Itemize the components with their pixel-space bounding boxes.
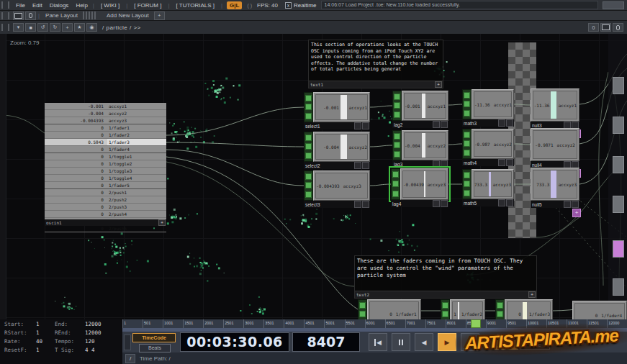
forward-icon[interactable]: ↻ [50, 23, 60, 32]
node-lag4[interactable]: -0.00439accxyz3lag4 [391, 168, 448, 200]
node-oscin1-table[interactable]: -0.001accxyz1-0.004accxyz2-0.004393accxy… [45, 103, 166, 226]
table-row[interactable]: -0.004accxyz2 [45, 110, 166, 117]
table-row[interactable]: 02/push2 [45, 196, 166, 204]
flag-toggle[interactable] [394, 102, 400, 109]
layout-preset-4[interactable] [91, 12, 93, 19]
pathbar-grip[interactable] [1, 24, 9, 31]
table-row[interactable]: 01/toggle1 [45, 153, 166, 160]
comment1-plus-button[interactable]: + [435, 81, 442, 88]
pane-dropdown-icon[interactable]: ▾ [13, 23, 24, 32]
flag-toggle[interactable] [392, 171, 399, 178]
table-row[interactable]: 01/toggle4 [45, 175, 166, 182]
field-value[interactable]: 4 4 [85, 346, 122, 354]
node-viewer-toggle[interactable] [564, 201, 571, 208]
time-path-root-button[interactable]: / [125, 354, 135, 363]
node-select3[interactable]: -0.004393accxyz3select3 [304, 170, 370, 201]
flag-toggle[interactable] [464, 101, 470, 107]
node-flags[interactable] [304, 132, 313, 162]
comment2-plus-button[interactable]: + [528, 291, 536, 298]
node-flags[interactable] [304, 92, 313, 122]
node-flags[interactable] [304, 170, 313, 201]
menu-link-0[interactable]: [ WIKI ] [96, 2, 125, 9]
table-row[interactable]: 0.58431/fader3 [45, 139, 166, 146]
back-icon[interactable]: ↺ [37, 23, 48, 32]
flag-toggle[interactable] [305, 191, 312, 198]
menubar-end-button[interactable] [603, 1, 624, 9]
home-icon[interactable]: ◉ [86, 23, 97, 32]
node-null4[interactable]: -0.9871accxyz2null4 [531, 128, 579, 161]
flag-toggle[interactable] [305, 173, 312, 180]
timecode-button[interactable]: TimeCode [132, 333, 176, 342]
table-row[interactable]: 01/toggle2 [45, 160, 166, 168]
node-flags[interactable] [462, 89, 472, 119]
network-path[interactable]: / particle / >> [102, 24, 141, 31]
flag-toggle[interactable] [464, 132, 470, 138]
field-value[interactable]: 120 [85, 337, 122, 345]
menubar-grip[interactable] [1, 1, 9, 9]
menu-item-edit[interactable]: Edit [29, 2, 46, 9]
node-fader2chop[interactable]: 11/fader2 [441, 299, 485, 319]
node-viewer-toggle[interactable] [354, 201, 361, 208]
table-row[interactable]: 02/push5 [45, 225, 166, 232]
table-row[interactable]: 01/fader2 [45, 132, 166, 139]
menu-item-file[interactable]: File [12, 2, 29, 9]
node-math5[interactable]: 733.3accxyz3math5 [462, 169, 514, 199]
table-row[interactable]: 02/push1 [45, 189, 166, 196]
flag-toggle[interactable] [305, 104, 312, 110]
field-value[interactable]: 40 [36, 337, 55, 345]
flag-toggle[interactable] [497, 302, 503, 309]
table-row[interactable]: 01/fader5 [45, 182, 166, 189]
node-flags[interactable] [392, 130, 402, 160]
toolbar-grip[interactable] [1, 12, 9, 19]
bookmark-star-icon[interactable]: ★ [74, 23, 85, 32]
network-editor[interactable]: Zoom: 0.79 This section of operations lo… [0, 34, 627, 319]
flag-toggle[interactable] [442, 302, 448, 309]
node-fader1chop[interactable]: 01/fader1 [358, 299, 421, 319]
flag-toggle[interactable] [464, 181, 470, 187]
node-viewer-toggle[interactable] [433, 160, 440, 168]
node-lag3[interactable]: -0.004accxyz2lag3 [392, 130, 448, 160]
layout-preset-5[interactable] [94, 12, 96, 19]
node-math4[interactable]: -0.987accxyz2math4 [462, 129, 514, 159]
flag-toggle[interactable] [394, 151, 400, 158]
table-row[interactable]: 02/push3 [45, 204, 166, 211]
node-flags[interactable] [462, 129, 472, 159]
pause-button[interactable] [392, 333, 410, 351]
flag-toggle[interactable] [464, 150, 470, 156]
node-viewer-toggle[interactable] [498, 119, 505, 127]
realtime-checkbox[interactable]: x [285, 2, 292, 9]
table-row[interactable]: 01/fader4 [45, 146, 166, 153]
pane-audio-icon[interactable] [613, 23, 623, 32]
display-icon[interactable] [13, 12, 24, 20]
node-viewer-toggle[interactable] [354, 162, 361, 169]
flag-toggle[interactable] [359, 302, 366, 309]
table-row[interactable]: -0.004393accxyz3 [45, 117, 166, 124]
flag-toggle[interactable] [305, 135, 312, 141]
flag-toggle[interactable] [394, 142, 400, 148]
node-viewer-toggle[interactable] [498, 159, 505, 166]
node-math3[interactable]: -11.36accxyz1math3 [462, 89, 514, 119]
node-comment-toggle[interactable] [362, 162, 369, 169]
table-row[interactable]: 01/toggle3 [45, 168, 166, 175]
node-flags[interactable] [358, 299, 367, 319]
flag-toggle[interactable] [359, 311, 366, 317]
stop-icon[interactable]: ■ [25, 23, 36, 32]
pane-zero-button[interactable]: 0 [588, 23, 599, 32]
node-viewer-toggle[interactable] [354, 122, 361, 129]
flag-toggle[interactable] [305, 113, 312, 119]
node-comment-toggle[interactable] [441, 160, 448, 168]
layout-preset-3[interactable] [89, 12, 90, 19]
table-row[interactable]: 02/push4 [45, 211, 166, 218]
node-fader4chop[interactable]: 01/fader4 [572, 301, 627, 319]
node-flags[interactable] [391, 168, 400, 200]
field-value[interactable]: 12000 [85, 329, 122, 337]
flag-toggle[interactable] [464, 172, 470, 178]
layout-preset-1[interactable] [83, 12, 84, 19]
menu-link-2[interactable]: [ TUTORIALS ] [171, 2, 220, 9]
flag-toggle[interactable] [392, 181, 399, 187]
plus-icon[interactable]: + [62, 23, 73, 32]
node-flags[interactable] [462, 169, 472, 199]
node-flags[interactable] [495, 299, 505, 319]
export-plus-button[interactable]: + [572, 209, 581, 217]
node-comment-toggle[interactable] [362, 122, 369, 129]
